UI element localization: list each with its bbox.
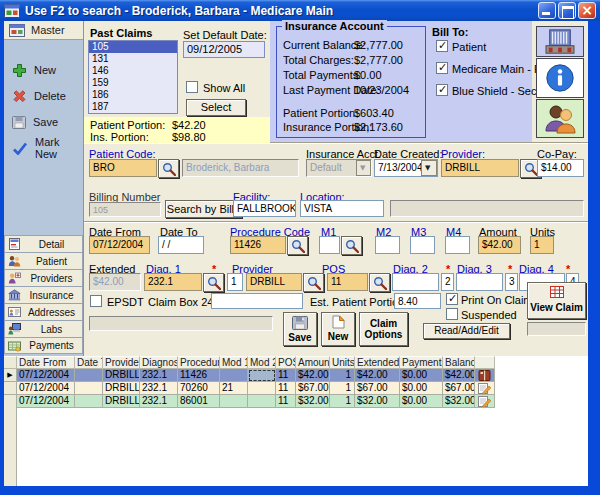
claim-box-field[interactable] — [211, 293, 303, 309]
table-cell[interactable] — [248, 382, 276, 395]
past-claims-listbox[interactable]: 105 131 146 159 186 187 — [88, 40, 178, 114]
tab-labs[interactable]: Labs — [4, 320, 83, 337]
sidebar-master-header[interactable]: Master — [4, 21, 83, 40]
m1-field[interactable] — [319, 236, 340, 254]
table-row[interactable]: 07/12/2004 DRBILL 232.1 86001 11 $32.00 … — [4, 395, 495, 408]
tab-payments[interactable]: Payments — [4, 337, 83, 354]
delete-action[interactable]: Delete — [4, 85, 83, 107]
date-to-field[interactable]: / / — [158, 236, 204, 254]
table-cell[interactable] — [220, 395, 248, 408]
table-cell[interactable]: $0.00 — [400, 382, 443, 395]
diag3-pointer-field[interactable]: 3 — [505, 273, 518, 291]
table-cell[interactable]: 232.1 — [140, 395, 178, 408]
show-all-checkbox[interactable] — [186, 81, 198, 93]
patient-code-field[interactable]: BRO — [89, 159, 157, 177]
table-cell[interactable]: 70260 — [178, 382, 220, 395]
new-action[interactable]: New — [4, 59, 83, 81]
provider2-field[interactable]: DRBILL — [246, 273, 302, 291]
m2-field[interactable] — [375, 236, 400, 254]
select-button[interactable]: Select — [186, 99, 246, 116]
m3-field[interactable] — [410, 236, 435, 254]
patients-button[interactable] — [536, 99, 584, 138]
date-from-field[interactable]: 07/12/2004 — [89, 236, 150, 254]
epsdt-checkbox[interactable] — [90, 295, 102, 307]
view-claim-button[interactable]: View Claim — [527, 282, 586, 319]
focused-cell[interactable] — [248, 369, 276, 382]
table-row[interactable]: 07/12/2004 DRBILL 232.1 11426 11 $42.00 … — [4, 369, 495, 382]
diag1-search-icon[interactable] — [203, 273, 224, 292]
table-cell[interactable]: $0.00 — [400, 395, 443, 408]
save-action[interactable]: Save — [4, 111, 83, 133]
row-selector-arrow[interactable] — [4, 369, 17, 382]
table-cell[interactable] — [75, 369, 103, 382]
table-cell[interactable]: $67.00 — [443, 382, 475, 395]
print-on-claim-checkbox[interactable] — [446, 293, 458, 305]
diag2-pointer-field[interactable]: 2 — [441, 273, 454, 291]
pos-search-icon[interactable] — [369, 273, 390, 292]
list-item[interactable]: 105 — [89, 41, 177, 53]
table-cell[interactable] — [220, 369, 248, 382]
table-cell[interactable]: 11 — [276, 382, 296, 395]
table-cell[interactable]: $32.00 — [443, 395, 475, 408]
m4-field[interactable] — [445, 236, 470, 254]
minimize-button[interactable] — [538, 2, 556, 19]
table-cell[interactable]: $32.00 — [355, 395, 400, 408]
facility-field[interactable]: FALLBROOK — [233, 200, 296, 217]
provider-field[interactable]: DRBILL — [441, 159, 519, 177]
amount-field[interactable]: $42.00 — [478, 236, 521, 254]
table-cell[interactable]: $42.00 — [355, 369, 400, 382]
table-cell[interactable]: 1 — [330, 395, 355, 408]
maximize-button[interactable] — [558, 2, 576, 19]
list-item[interactable]: 159 — [89, 77, 177, 89]
location-field[interactable]: VISTA — [300, 200, 384, 217]
m1-search-icon[interactable] — [341, 236, 362, 255]
search-by-bill-button[interactable]: Search by Bill# — [165, 200, 242, 218]
table-cell[interactable]: 07/12/2004 — [17, 382, 75, 395]
bill-to-patient-checkbox[interactable] — [436, 40, 448, 52]
note-book-icon[interactable] — [475, 369, 495, 382]
list-item[interactable]: 186 — [89, 89, 177, 101]
save-button[interactable]: Save — [283, 312, 317, 346]
table-cell[interactable]: $67.00 — [355, 382, 400, 395]
table-cell[interactable] — [75, 382, 103, 395]
table-cell[interactable]: 21 — [220, 382, 248, 395]
provider2-search-icon[interactable] — [303, 273, 324, 292]
table-cell[interactable]: 11426 — [178, 369, 220, 382]
set-default-date-field[interactable]: 09/12/2005 — [183, 41, 265, 58]
table-cell[interactable]: 07/12/2004 — [17, 369, 75, 382]
tab-patient[interactable]: Patient — [4, 252, 83, 269]
tab-addresses[interactable]: Addresses — [4, 303, 83, 320]
claim-options-button[interactable]: Claim Options — [359, 312, 408, 346]
est-patient-portion-field[interactable]: 8.40 — [394, 293, 441, 309]
units-field[interactable]: 1 — [530, 236, 554, 254]
list-item[interactable]: 187 — [89, 101, 177, 113]
table-cell[interactable]: DRBILL — [103, 369, 140, 382]
note-edit-icon[interactable] — [475, 382, 495, 395]
note-edit-icon[interactable] — [475, 395, 495, 408]
date-created-dropdown-icon[interactable] — [421, 160, 437, 176]
procedure-search-icon[interactable] — [287, 236, 308, 255]
read-add-edit-note-button[interactable]: Read/Add/Edit Note — [423, 323, 510, 339]
info-button[interactable] — [536, 58, 584, 98]
diag1-field[interactable]: 232.1 — [144, 273, 202, 291]
patient-code-search-icon[interactable] — [158, 159, 179, 178]
table-cell[interactable]: 232.1 — [140, 382, 178, 395]
list-item[interactable]: 146 — [89, 65, 177, 77]
co-pay-field[interactable]: $14.00 — [537, 159, 584, 177]
table-cell[interactable]: $0.00 — [400, 369, 443, 382]
procedure-code-field[interactable]: 11426 — [230, 236, 286, 254]
tab-insurance[interactable]: Insurance — [4, 286, 83, 303]
bill-to-blueshield-checkbox[interactable] — [436, 84, 448, 96]
diag3-field[interactable] — [456, 273, 503, 291]
diag1-pointer-field[interactable]: 1 — [227, 273, 243, 291]
table-cell[interactable]: 07/12/2004 — [17, 395, 75, 408]
tab-detail[interactable]: Detail — [4, 235, 83, 252]
table-cell[interactable]: $67.00 — [296, 382, 330, 395]
table-cell[interactable]: 232.1 — [140, 369, 178, 382]
table-cell[interactable]: $42.00 — [296, 369, 330, 382]
diag2-field[interactable] — [392, 273, 439, 291]
table-cell[interactable]: 11 — [276, 395, 296, 408]
close-button[interactable] — [578, 2, 596, 19]
suspended-checkbox[interactable] — [446, 308, 458, 320]
table-cell[interactable]: 1 — [330, 382, 355, 395]
